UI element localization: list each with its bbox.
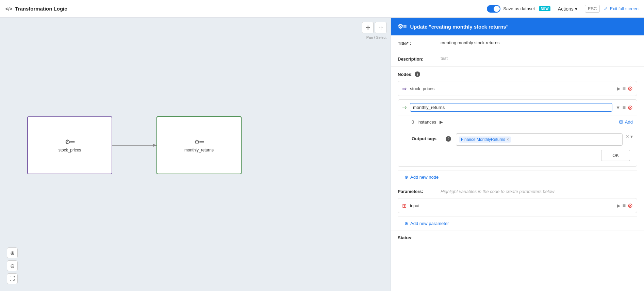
canvas[interactable]: ✛ ⊹ Pan / Select ⚙═ stock_prices ⚙═ mont… [0, 18, 391, 291]
node-stock-prices-label: stock_prices [59, 148, 81, 152]
node-stock-prices-menu-icon[interactable]: ≡ [623, 85, 626, 92]
nodes-info-icon[interactable]: i [415, 71, 420, 77]
description-row: Description: test [391, 51, 644, 67]
tags-input-container[interactable]: Finance:MonthlyReturns × [456, 133, 623, 146]
exit-fullscreen-label: Exit full screen [610, 6, 639, 11]
panel-body: Title* : creating monthly stock returns … [391, 35, 644, 291]
node-row-monthly-returns: ⇒ ▼ ≡ ⊗ 0 instances ▶ [398, 99, 637, 167]
app-header: </> Transformation Logic Save as dataset… [0, 0, 644, 18]
app-title: Transformation Logic [15, 6, 67, 12]
canvas-node-stock-prices[interactable]: ⚙═ stock_prices [27, 116, 112, 174]
node-monthly-returns-actions: ▼ ≡ ⊗ [616, 104, 633, 111]
description-value: test [441, 56, 637, 61]
actions-label: Actions [558, 6, 574, 12]
panel-header: ⚙≡ Update "creating monthly stock return… [391, 18, 644, 35]
node-monthly-returns-menu-icon[interactable]: ≡ [623, 104, 626, 111]
node-row-stock-prices: ⇒ stock_prices ▶ ≡ ⊗ [398, 81, 637, 96]
actions-chevron-icon: ▾ [575, 6, 577, 12]
param-row-input: ⊞ input ▶ ≡ ⊗ [398, 198, 637, 213]
output-tags-label: Output tags [412, 133, 442, 141]
tags-dropdown-icon[interactable]: ▾ [630, 134, 633, 139]
fit-view-icon: ⛶ [10, 276, 15, 282]
save-dataset-label: Save as dataset [503, 6, 535, 11]
node-stock-prices-actions: ▶ ≡ ⊗ [617, 85, 633, 92]
zoom-out-button[interactable]: ⊖ [7, 260, 18, 271]
param-input-table-icon: ⊞ [402, 203, 407, 209]
save-dataset-toggle-switch[interactable] [487, 5, 500, 13]
node-stock-prices-close-icon[interactable]: ⊗ [628, 85, 633, 92]
param-input-header: ⊞ input ▶ ≡ ⊗ [398, 198, 637, 213]
node-stock-prices-arrow-icon: ⇒ [402, 85, 407, 92]
parameters-section: Parameters: Highlight variables in the c… [391, 184, 644, 230]
exit-fullscreen-icon: ⤢ [604, 6, 608, 11]
tag-finance-monthly-returns: Finance:MonthlyReturns × [459, 136, 511, 143]
canvas-controls-bottom: ⊕ ⊖ ⛶ [7, 247, 18, 284]
title-row: Title* : creating monthly stock returns [391, 35, 644, 51]
add-instance-label: Add [625, 119, 633, 125]
add-instance-button[interactable]: ⊕ Add [618, 118, 633, 126]
status-section: Status: [391, 230, 644, 240]
zoom-in-icon: ⊕ [10, 250, 15, 256]
node-monthly-returns-chevron[interactable]: ▼ [616, 105, 621, 110]
exit-fullscreen-button[interactable]: ⤢ Exit full screen [604, 6, 639, 11]
param-input-menu-icon[interactable]: ≡ [623, 203, 626, 209]
output-tags-row: Output tags ? Finance:MonthlyReturns × ×… [398, 130, 637, 150]
add-new-parameter-row[interactable]: ⊕ Add new parameter [398, 216, 637, 230]
add-new-node-row[interactable]: ⊕ Add new node [398, 170, 637, 184]
select-button[interactable]: ⊹ [375, 22, 386, 33]
param-input-chevron[interactable]: ▶ [617, 203, 621, 208]
instances-count: 0 [412, 119, 414, 125]
nodes-header: Nodes: i [398, 71, 637, 77]
code-icon: </> [5, 6, 12, 12]
tags-right-controls: × ▾ [626, 133, 633, 140]
save-dataset-toggle: Save as dataset NEW [487, 5, 550, 13]
header-right: Save as dataset NEW Actions ▾ ESC ⤢ Exit… [487, 4, 639, 14]
node-row-monthly-returns-header: ⇒ ▼ ≡ ⊗ [398, 100, 637, 115]
ok-row: OK [398, 150, 637, 166]
pan-select-label: Pan / Select [366, 35, 386, 39]
parameters-hint: Highlight variables in the code to creat… [441, 189, 555, 194]
panel-header-icon: ⚙≡ [398, 23, 407, 30]
canvas-controls-top: ✛ ⊹ [362, 22, 386, 33]
node-stock-prices-name: stock_prices [410, 86, 613, 91]
title-value: creating monthly stock returns [441, 40, 637, 45]
param-input-actions: ▶ ≡ ⊗ [617, 202, 633, 209]
add-node-plus-icon: ⊕ [404, 175, 408, 180]
ok-button[interactable]: OK [601, 150, 630, 161]
right-panel: ⚙≡ Update "creating monthly stock return… [391, 18, 644, 291]
node-stock-prices-icon: ⚙═ [65, 138, 75, 146]
tags-clear-icon[interactable]: × [626, 133, 629, 140]
add-param-label: Add new parameter [410, 221, 449, 226]
tag-text: Finance:MonthlyReturns [461, 137, 505, 142]
instances-label: instances [417, 119, 436, 125]
nodes-label: Nodes: [398, 72, 413, 77]
instances-chevron-icon[interactable]: ▶ [440, 119, 443, 125]
instances-row: 0 instances ▶ ⊕ Add [398, 115, 637, 130]
param-input-name: input [410, 203, 613, 208]
title-label: Title* : [398, 40, 435, 46]
fit-view-button[interactable]: ⛶ [7, 273, 18, 284]
node-monthly-returns-close-icon[interactable]: ⊗ [628, 104, 633, 111]
output-tags-info-icon[interactable]: ? [446, 136, 451, 142]
status-label: Status: [398, 235, 413, 240]
add-instance-plus-icon: ⊕ [618, 118, 624, 126]
description-label: Description: [398, 56, 435, 62]
new-badge: NEW [539, 6, 550, 11]
zoom-in-button[interactable]: ⊕ [7, 247, 18, 258]
parameters-label: Parameters: [398, 189, 435, 194]
esc-label: ESC [585, 5, 600, 13]
node-monthly-returns-arrow-icon: ⇒ [402, 104, 407, 111]
header-left: </> Transformation Logic [5, 6, 67, 12]
canvas-node-monthly-returns[interactable]: ⚙═ monthly_returns [156, 116, 242, 174]
add-param-plus-icon: ⊕ [404, 221, 408, 226]
tag-remove-icon[interactable]: × [507, 137, 509, 142]
actions-button[interactable]: Actions ▾ [555, 4, 581, 14]
node-stock-prices-chevron[interactable]: ▶ [617, 86, 621, 91]
pan-button[interactable]: ✛ [362, 22, 374, 33]
main-layout: ✛ ⊹ Pan / Select ⚙═ stock_prices ⚙═ mont… [0, 18, 644, 291]
node-row-stock-prices-header: ⇒ stock_prices ▶ ≡ ⊗ [398, 81, 637, 96]
add-node-label: Add new node [410, 175, 439, 180]
param-input-close-icon[interactable]: ⊗ [628, 202, 633, 209]
node-monthly-returns-name-input[interactable] [410, 103, 612, 112]
zoom-out-icon: ⊖ [10, 263, 15, 269]
